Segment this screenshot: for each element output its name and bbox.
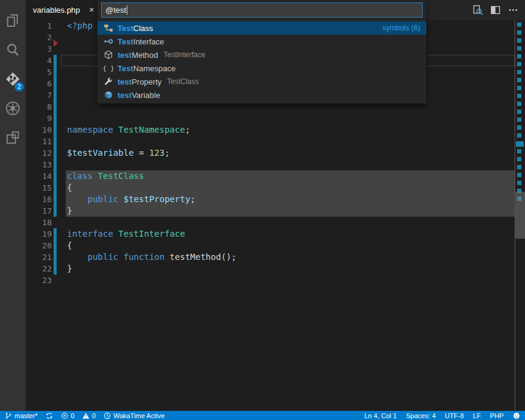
symbol-label: TestNamespace [118,64,175,73]
line-text: { [57,240,72,251]
overview-modified-mark [517,62,521,66]
code-line-21[interactable]: 21 public function testMethod(); [26,251,525,263]
line-text: $testVariable = 123; [57,147,170,159]
status-cursor-position[interactable]: Ln 4, Col 1 [364,412,396,419]
search-file-icon [472,4,484,16]
overview-modified-mark [516,141,524,147]
code-line-12[interactable]: 12$testVariable = 123; [26,147,525,159]
symbol-label: testVariable [118,91,160,100]
quick-open-list: TestClasssymbols (6)TestInterfacetestMet… [97,21,426,103]
code-line-18[interactable]: 18 [26,217,525,228]
quick-open-item-testproperty[interactable]: testPropertyTestClass [97,75,426,88]
line-text: } [57,205,72,217]
line-number: 20 [26,240,52,251]
overview-modified-mark [517,133,521,138]
status-warnings[interactable]: 0 [82,412,96,419]
code-line-19[interactable]: 19interface TestInterface [26,228,525,240]
code-line-13[interactable]: 13 [26,159,525,170]
status-language-mode[interactable]: PHP [490,412,504,419]
extensions-icon [5,130,21,145]
tab-label: variables.php [33,5,85,15]
code-line-17[interactable]: 17} [26,205,525,217]
line-text: { [57,182,72,194]
symbol-label: testProperty [118,77,161,86]
status-label: PHP [490,412,504,419]
line-number: 13 [26,159,52,170]
quick-open-input[interactable]: @test [101,2,423,18]
line-number: 19 [26,228,52,240]
status-label: LF [473,412,481,419]
code-line-14[interactable]: 14class TestClass [26,170,525,182]
line-text: public $testProperty; [57,194,196,205]
activity-bar-item-search[interactable] [0,35,26,65]
scrollbar-thumb[interactable] [515,192,525,239]
line-text [57,113,67,124]
quick-open-item-testclass[interactable]: TestClasssymbols (6) [97,21,426,35]
activity-bar-item-extensions[interactable] [0,123,26,152]
quick-open-item-testinterface[interactable]: TestInterface [97,35,426,48]
status-eol[interactable]: LF [473,412,481,419]
line-text [57,66,67,78]
line-number: 4 [26,55,52,66]
symbol-label: TestClass [118,24,153,33]
quick-open-item-testmethod[interactable]: testMethodTestInterface [97,48,426,61]
quick-open-item-testvariable[interactable]: testVariable [97,88,426,102]
line-number: 14 [26,170,52,182]
overview-modified-mark [517,173,521,177]
overview-modified-mark [517,94,521,98]
line-number: 21 [26,251,52,263]
tab-variables-php[interactable]: variables.php ✕ [26,0,99,20]
line-number: 3 [26,43,52,55]
status-errors[interactable]: 0 [61,412,74,419]
activity-bar-item-debug[interactable] [0,94,26,123]
line-text [57,43,67,55]
code-line-11[interactable]: 11 [26,136,525,147]
overview-modified-mark [517,70,521,74]
text-cursor [127,5,127,15]
overview-ruler[interactable] [515,20,525,411]
line-text [57,136,67,147]
overview-modified-mark [517,78,521,82]
code-line-22[interactable]: 22} [26,263,525,275]
code-line-23[interactable]: 23 [26,275,525,286]
quick-open-query: @test [105,5,126,15]
git-deleted-lines-marker [54,40,58,47]
activity-bar: 2 [0,0,26,411]
code-line-20[interactable]: 20{ [26,240,525,251]
line-number: 17 [26,205,52,217]
close-icon[interactable]: ✕ [89,6,94,14]
status-encoding[interactable]: UTF-8 [445,412,463,419]
property-icon [104,77,113,86]
search-file-button[interactable] [469,2,487,18]
error-icon [61,412,71,419]
debug-icon [5,100,21,116]
overview-modified-mark [517,181,521,185]
line-text [57,89,67,101]
code-line-15[interactable]: 15{ [26,182,525,194]
line-number: 8 [26,101,52,113]
quick-open-item-testnamespace[interactable]: { }TestNamespace [97,61,426,75]
status-wakatime[interactable]: WakaTime Active [104,412,164,419]
code-line-10[interactable]: 10namespace TestNamespace; [26,124,525,136]
activity-bar-item-source-control[interactable]: 2 [0,65,26,94]
code-line-9[interactable]: 9 [26,113,525,124]
status-label: Spaces: 4 [406,412,435,419]
status-sync[interactable] [46,412,53,419]
activity-bar-item-explorer[interactable] [0,6,26,35]
overview-modified-mark [517,102,521,106]
line-number: 16 [26,194,52,205]
line-text: public function testMethod(); [57,251,236,263]
line-text [57,101,67,113]
editor-actions [469,0,522,20]
status-branch[interactable]: master* [5,412,38,419]
split-editor-button[interactable] [487,2,504,18]
code-line-16[interactable]: 16 public $testProperty; [26,194,525,205]
more-actions-button[interactable] [504,2,522,18]
sync-icon [46,412,53,419]
namespace-icon: { } [104,63,113,73]
status-indentation[interactable]: Spaces: 4 [406,412,435,419]
status-feedback[interactable] [513,412,520,419]
line-text: } [57,263,72,275]
class-icon [104,23,113,33]
symbol-label: testMethod [118,51,158,60]
